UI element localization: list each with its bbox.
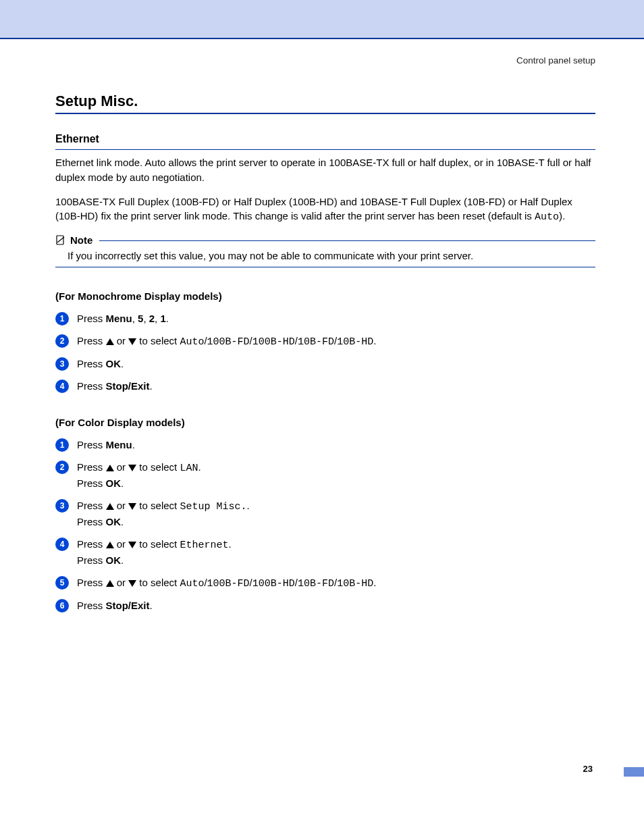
intro-paragraph-2: 100BASE-TX Full Duplex (100B-FD) or Half… (55, 194, 595, 226)
note-header: Note (55, 234, 595, 246)
up-arrow-icon (106, 338, 114, 345)
section-title: Setup Misc. (55, 93, 595, 110)
step-text: Press Menu, 5, 2, 1. (77, 311, 595, 327)
down-arrow-icon (128, 503, 136, 510)
step-badge: 2 (55, 461, 69, 474)
step-badge: 2 (55, 334, 69, 348)
note-icon (55, 235, 66, 246)
page-number: 23 (583, 764, 593, 774)
step-text: Press or to select Setup Misc.. Press OK… (77, 498, 595, 530)
step-text: Press Stop/Exit. (77, 598, 595, 614)
step-badge: 3 (55, 357, 69, 371)
step-text: Press Stop/Exit. (77, 379, 595, 394)
up-arrow-icon (106, 542, 114, 548)
color-step-4: 4 Press or to select Ethernet. Press OK. (55, 537, 595, 569)
mono-heading: (For Monochrome Display models) (55, 290, 595, 302)
step-badge: 1 (55, 312, 69, 325)
top-banner (0, 0, 644, 39)
note-body: If you incorrectly set this value, you m… (55, 246, 595, 267)
step-badge: 5 (55, 576, 69, 590)
intro-p2-b: ). (559, 210, 565, 221)
color-step-3: 3 Press or to select Setup Misc.. Press … (55, 498, 595, 530)
up-arrow-icon (106, 503, 114, 510)
note-block: Note If you incorrectly set this value, … (55, 234, 595, 267)
intro-paragraph-1: Ethernet link mode. Auto allows the prin… (55, 155, 595, 185)
mono-step-1: 1 Press Menu, 5, 2, 1. (55, 311, 595, 327)
mono-step-3: 3 Press OK. (55, 357, 595, 372)
up-arrow-icon (106, 580, 114, 587)
down-arrow-icon (128, 465, 136, 471)
step-text: Press Menu. (77, 438, 595, 453)
step-badge: 4 (55, 538, 69, 551)
step-text: Press or to select Ethernet. Press OK. (77, 537, 595, 569)
color-step-6: 6 Press Stop/Exit. (55, 598, 595, 614)
color-step-1: 1 Press Menu. (55, 438, 595, 453)
step-text: Press or to select Auto/100B-FD/100B-HD/… (77, 334, 595, 350)
down-arrow-icon (128, 542, 136, 548)
note-rule (99, 240, 595, 241)
mono-step-2: 2 Press or to select Auto/100B-FD/100B-H… (55, 334, 595, 350)
section-rule (55, 113, 595, 114)
intro-p2-mono: Auto (535, 211, 559, 223)
step-text: Press or to select Auto/100B-FD/100B-HD/… (77, 575, 595, 592)
breadcrumb: Control panel setup (55, 55, 595, 66)
step-badge: 1 (55, 438, 69, 452)
step-badge: 6 (55, 599, 69, 613)
note-label: Note (70, 234, 92, 246)
color-step-2: 2 Press or to select LAN. Press OK. (55, 460, 595, 492)
up-arrow-icon (106, 465, 114, 471)
intro-p2-a: 100BASE-TX Full Duplex (100B-FD) or Half… (55, 196, 572, 222)
subheading-rule (55, 149, 595, 150)
footer-tab (624, 767, 644, 777)
page-content: 3 Control panel setup Setup Misc. Ethern… (0, 39, 644, 801)
down-arrow-icon (128, 338, 136, 345)
step-badge: 4 (55, 380, 69, 393)
color-step-5: 5 Press or to select Auto/100B-FD/100B-H… (55, 575, 595, 592)
subheading-ethernet: Ethernet (55, 133, 595, 145)
mono-step-4: 4 Press Stop/Exit. (55, 379, 595, 394)
color-heading: (For Color Display models) (55, 417, 595, 428)
step-text: Press OK. (77, 357, 595, 372)
down-arrow-icon (128, 580, 136, 587)
step-badge: 3 (55, 499, 69, 513)
page-footer: 23 (55, 762, 595, 774)
step-text: Press or to select LAN. Press OK. (77, 460, 595, 492)
